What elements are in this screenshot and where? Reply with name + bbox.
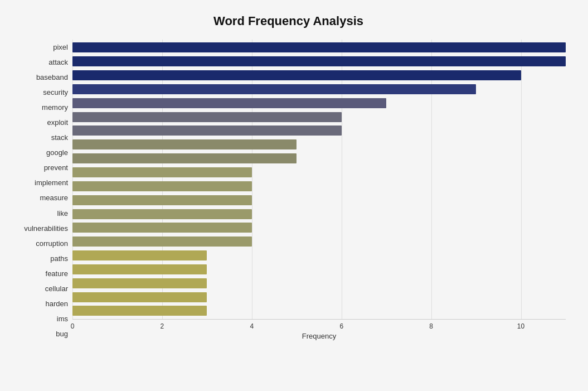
bar-row <box>72 83 566 95</box>
bar-row <box>72 111 566 123</box>
bar-row <box>72 69 566 81</box>
y-label: ims <box>57 315 68 322</box>
y-labels: pixelattackbasebandsecuritymemoryexploit… <box>11 40 72 341</box>
y-label: like <box>57 210 68 217</box>
bar <box>72 139 297 149</box>
x-tick-label: 0 <box>71 322 75 330</box>
chart-container: Word Frequency Analysis pixelattackbaseb… <box>0 0 588 391</box>
x-tick-label: 2 <box>161 322 164 330</box>
bar-row <box>72 277 566 289</box>
bar-row <box>72 55 566 67</box>
bar-row <box>72 124 566 137</box>
bar <box>72 223 252 233</box>
bar <box>72 70 521 80</box>
bar-row <box>72 97 566 109</box>
y-label: paths <box>50 255 68 262</box>
y-label: prevent <box>44 164 68 171</box>
bar <box>72 112 342 122</box>
bar-row <box>72 166 566 178</box>
bars-area <box>72 40 566 319</box>
x-axis: 0246810 Frequency <box>72 319 566 341</box>
bar <box>72 56 566 66</box>
bar <box>72 236 252 247</box>
bar-row <box>72 194 566 206</box>
bar-row <box>72 291 566 303</box>
bar-row <box>72 263 566 276</box>
bars-and-xaxis: 0246810 Frequency <box>72 40 566 341</box>
bar-row <box>72 221 566 234</box>
bar <box>72 195 252 205</box>
y-label: implement <box>35 179 68 186</box>
bar-row <box>72 138 566 151</box>
x-axis-title: Frequency <box>302 332 336 340</box>
chart-area: pixelattackbasebandsecuritymemoryexploit… <box>11 40 566 341</box>
y-label: baseband <box>36 74 68 81</box>
bar <box>72 292 207 302</box>
bar <box>72 125 342 136</box>
y-label: stack <box>51 134 68 141</box>
chart-title: Word Frequency Analysis <box>11 11 566 28</box>
y-label: pixel <box>53 44 68 51</box>
y-label: attack <box>48 59 68 66</box>
bar-row <box>72 249 566 262</box>
y-label: harden <box>46 300 68 307</box>
y-label: memory <box>42 104 68 111</box>
bar <box>72 98 386 108</box>
y-label: exploit <box>47 119 68 126</box>
bars-list <box>72 40 566 319</box>
y-label: vulnerabilities <box>24 225 68 232</box>
bar-row <box>72 152 566 165</box>
bar <box>72 153 297 163</box>
x-tick-label: 6 <box>339 322 343 330</box>
y-label: corruption <box>36 240 68 247</box>
y-label: bug <box>56 330 68 337</box>
x-tick-label: 4 <box>250 322 254 330</box>
bar <box>72 306 207 316</box>
bar <box>72 250 207 260</box>
bar-row <box>72 305 566 317</box>
bar <box>72 209 252 219</box>
bar <box>72 84 476 94</box>
bar-row <box>72 41 566 54</box>
bar-row <box>72 235 566 248</box>
bar <box>72 278 207 288</box>
y-label: security <box>43 89 68 96</box>
bar <box>72 167 252 177</box>
x-tick-label: 10 <box>517 322 524 330</box>
bar-row <box>72 180 566 192</box>
y-label: measure <box>40 194 68 201</box>
bar <box>72 181 252 191</box>
x-tick-label: 8 <box>429 322 433 330</box>
y-label: feature <box>46 270 68 277</box>
bar-row <box>72 208 566 220</box>
bar <box>72 264 207 274</box>
y-label: google <box>46 149 68 156</box>
bar <box>72 42 566 52</box>
y-label: cellular <box>45 285 68 292</box>
